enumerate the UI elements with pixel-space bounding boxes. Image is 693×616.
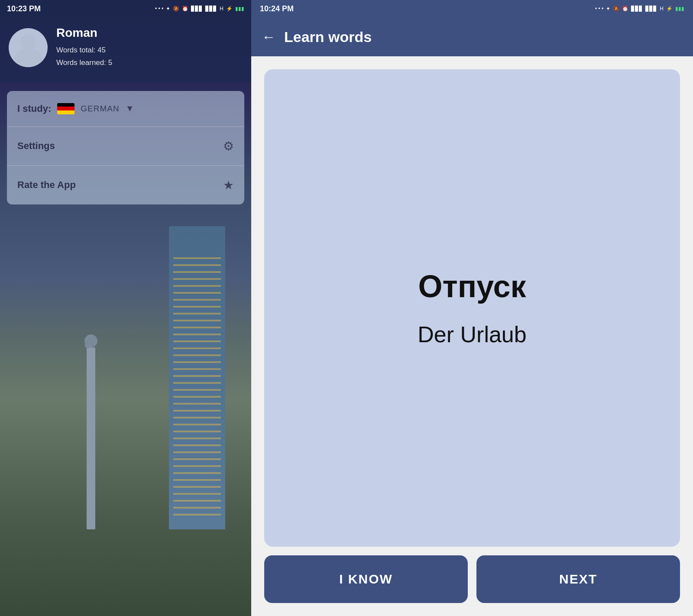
- word-card[interactable]: Отпуск Der Urlaub: [264, 69, 680, 547]
- status-icons-left: • • • ✦ 🔕 ⏰ ▊▊▊ ▊▊▊ H ⚡ ▮▮▮: [155, 6, 244, 12]
- bluetooth-icon-right: ✦: [606, 6, 610, 12]
- bluetooth-icon: ✦: [166, 6, 170, 12]
- flag-stripe-red: [57, 107, 74, 110]
- tv-tower: [87, 347, 95, 529]
- signal-bars-right-2: ▊▊▊: [645, 6, 657, 12]
- signal-bars-right: ▊▊▊: [631, 6, 643, 12]
- card-area: Отпуск Der Urlaub: [251, 56, 693, 555]
- action-buttons: I KNOW NEXT: [251, 555, 693, 616]
- i-study-label: I study:: [17, 103, 51, 114]
- status-icons-right: • • • ✦ 🔕 ⏰ ▊▊▊ ▊▊▊ H ⚡ ▮▮▮: [595, 6, 684, 12]
- gear-icon: ⚙: [223, 139, 234, 153]
- mute-icon: 🔕: [173, 6, 179, 12]
- signal-bars: ▊▊▊: [191, 6, 203, 12]
- star-icon: ★: [223, 178, 234, 192]
- page-title: Learn words: [284, 29, 372, 45]
- german-flag: [57, 103, 74, 114]
- charging-icon-right: ⚡: [666, 6, 673, 12]
- mute-icon-right: 🔕: [613, 6, 619, 12]
- left-panel: 10:23 PM • • • ✦ 🔕 ⏰ ▊▊▊ ▊▊▊ H ⚡ ▮▮▮ Rom…: [0, 0, 251, 616]
- words-learned: Words learned: 5: [56, 57, 112, 69]
- status-bar-left: 10:23 PM • • • ✦ 🔕 ⏰ ▊▊▊ ▊▊▊ H ⚡ ▮▮▮: [0, 0, 251, 17]
- charging-icon: ⚡: [226, 6, 233, 12]
- word-german: Der Urlaub: [418, 321, 526, 347]
- profile-info: Roman Words total: 45 Words learned: 5: [56, 26, 112, 69]
- language-selector[interactable]: I study: GERMAN ▼: [7, 91, 244, 127]
- i-know-button[interactable]: I KNOW: [264, 555, 468, 603]
- lang-row: I study: GERMAN ▼: [17, 103, 134, 114]
- flag-stripe-black: [57, 103, 74, 107]
- alarm-icon: ⏰: [182, 6, 188, 12]
- back-button[interactable]: ←: [262, 29, 275, 45]
- avatar: [9, 28, 48, 67]
- network-type: H: [220, 6, 223, 12]
- battery-icon: ▮▮▮: [235, 6, 244, 12]
- profile-stats: Words total: 45 Words learned: 5: [56, 44, 112, 69]
- rate-app-menu-item[interactable]: Rate the App ★: [7, 166, 244, 204]
- skyscraper: [169, 226, 225, 529]
- status-bar-right: 10:24 PM • • • ✦ 🔕 ⏰ ▊▊▊ ▊▊▊ H ⚡ ▮▮▮: [251, 0, 693, 17]
- signal-bars-2: ▊▊▊: [205, 6, 217, 12]
- settings-label: Settings: [17, 140, 55, 152]
- profile-header: Roman Words total: 45 Words learned: 5: [0, 17, 251, 82]
- app-header: ← Learn words: [251, 17, 693, 56]
- status-time-right: 10:24 PM: [260, 4, 294, 13]
- word-russian: Отпуск: [418, 269, 526, 304]
- menu-panel: I study: GERMAN ▼ Settings ⚙ Rate the Ap…: [7, 91, 244, 204]
- next-button[interactable]: NEXT: [476, 555, 680, 603]
- flag-stripe-gold: [57, 110, 74, 114]
- network-type-right: H: [660, 6, 664, 12]
- battery-icon-right: ▮▮▮: [675, 6, 684, 12]
- settings-menu-item[interactable]: Settings ⚙: [7, 127, 244, 166]
- building-windows: [173, 252, 221, 521]
- language-name: GERMAN: [81, 104, 119, 113]
- alarm-icon-right: ⏰: [622, 6, 628, 12]
- right-panel: 10:24 PM • • • ✦ 🔕 ⏰ ▊▊▊ ▊▊▊ H ⚡ ▮▮▮ ← L…: [251, 0, 693, 616]
- status-time-left: 10:23 PM: [7, 4, 41, 13]
- chevron-down-icon: ▼: [126, 104, 134, 113]
- profile-name: Roman: [56, 26, 112, 40]
- rate-app-label: Rate the App: [17, 179, 76, 191]
- words-total: Words total: 45: [56, 44, 112, 57]
